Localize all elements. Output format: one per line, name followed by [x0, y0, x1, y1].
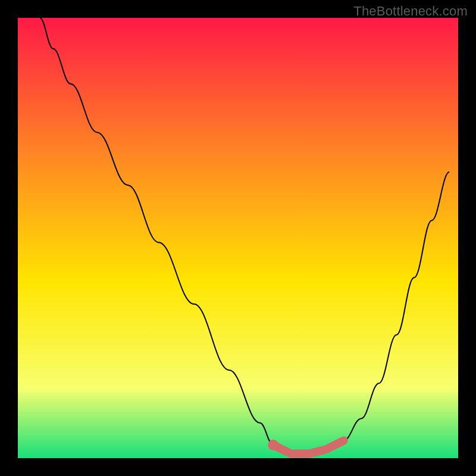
- highlight-dot: [268, 440, 278, 450]
- chart-frame: TheBottleneck.com: [0, 0, 476, 476]
- watermark-label: TheBottleneck.com: [353, 4, 468, 19]
- gradient-bg: [18, 18, 458, 458]
- plot-area: [18, 18, 458, 458]
- plot-svg: [18, 18, 458, 458]
